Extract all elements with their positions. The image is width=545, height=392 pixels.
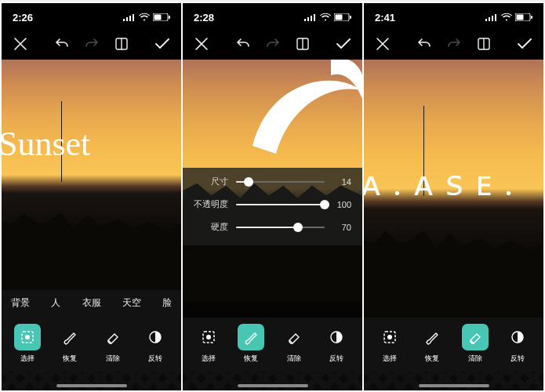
image-canvas[interactable]: 尺寸 14 不透明度 100 硬度 70	[183, 60, 362, 318]
svg-rect-30	[531, 16, 532, 19]
tab-person[interactable]: 人	[51, 296, 60, 310]
image-canvas[interactable]: ᴀ . ᴀ ꜱ ᴇ .	[364, 60, 543, 318]
tool-label: 反转	[148, 354, 162, 364]
clock: 2:41	[375, 12, 395, 24]
slider-hardness[interactable]: 硬度 70	[194, 221, 351, 233]
bottom-panel: 背景 人 衣服 天空 脸 选择 恢复 清除	[2, 290, 181, 390]
wifi-icon	[320, 13, 331, 21]
redo-button[interactable]	[265, 36, 281, 52]
image-canvas[interactable]: Sunset	[2, 60, 181, 290]
svg-rect-27	[495, 14, 496, 21]
tool-label: 选择	[202, 354, 216, 364]
tool-label: 恢复	[63, 354, 77, 364]
brush-icon	[424, 329, 440, 345]
slider-label: 尺寸	[194, 176, 228, 187]
undo-icon	[55, 38, 69, 49]
tool-invert[interactable]: 反转	[500, 324, 536, 364]
signal-icon	[123, 13, 136, 21]
compare-icon	[115, 38, 128, 50]
select-icon	[382, 329, 398, 345]
tool-invert[interactable]: 反转	[137, 324, 173, 364]
screen-1: 2:26 Sunset	[2, 3, 181, 390]
svg-rect-5	[154, 15, 162, 20]
overlay-text: ᴀ . ᴀ ꜱ ᴇ .	[364, 163, 514, 204]
svg-rect-13	[307, 17, 309, 21]
tool-erase[interactable]: 清除	[457, 324, 493, 364]
battery-icon	[515, 13, 532, 21]
slider-value: 100	[332, 200, 351, 209]
home-indicator[interactable]	[238, 384, 308, 387]
tool-invert[interactable]: 反转	[318, 324, 354, 364]
tool-restore[interactable]: 恢复	[414, 324, 450, 364]
tab-face[interactable]: 脸	[162, 296, 172, 310]
select-icon	[201, 329, 216, 345]
clock: 2:26	[13, 12, 33, 24]
tool-label: 清除	[287, 354, 301, 364]
svg-point-22	[206, 335, 211, 339]
confirm-button[interactable]	[336, 36, 351, 52]
select-icon	[20, 329, 35, 345]
compare-icon	[478, 38, 490, 50]
tab-sky[interactable]: 天空	[122, 296, 141, 310]
tool-restore[interactable]: 恢复	[52, 324, 88, 364]
redo-button[interactable]	[446, 36, 462, 52]
svg-rect-0	[123, 19, 125, 21]
close-button[interactable]	[375, 36, 391, 52]
slider-label: 不透明度	[194, 198, 228, 210]
tool-erase[interactable]: 清除	[276, 324, 312, 364]
confirm-button[interactable]	[154, 36, 170, 52]
slider-opacity[interactable]: 不透明度 100	[194, 198, 351, 210]
brush-icon	[62, 329, 78, 345]
overlay-text: Sunset	[2, 124, 90, 164]
undo-icon	[236, 38, 250, 49]
redo-button[interactable]	[84, 36, 100, 52]
tool-dock: 选择 恢复 清除 反转	[364, 318, 543, 372]
svg-rect-1	[126, 17, 128, 21]
status-bar: 2:26	[2, 3, 181, 31]
tool-select[interactable]: 选择	[9, 324, 45, 364]
svg-rect-25	[489, 17, 490, 21]
status-right	[304, 13, 351, 21]
close-button[interactable]	[13, 36, 28, 52]
tool-select[interactable]: 选择	[372, 324, 408, 364]
undo-button[interactable]	[416, 36, 432, 52]
compare-button[interactable]	[114, 36, 129, 52]
tab-background[interactable]: 背景	[11, 296, 30, 310]
tool-dock: 选择 恢复 清除 反转	[2, 318, 181, 372]
svg-point-34	[387, 335, 392, 339]
status-right	[123, 13, 170, 21]
triptych: 2:26 Sunset	[0, 2, 545, 392]
compare-button[interactable]	[476, 36, 492, 52]
check-icon	[155, 38, 169, 49]
battery-icon	[153, 13, 170, 21]
pattern-strip	[364, 372, 543, 390]
svg-rect-14	[311, 16, 312, 21]
clock: 2:28	[194, 12, 214, 24]
slider-value: 14	[332, 177, 351, 187]
editor-toolbar	[364, 31, 543, 60]
close-button[interactable]	[194, 36, 209, 52]
confirm-button[interactable]	[517, 36, 532, 52]
home-indicator[interactable]	[56, 384, 127, 387]
brush-icon	[243, 329, 259, 345]
tool-erase[interactable]: 清除	[95, 324, 131, 364]
undo-button[interactable]	[54, 36, 70, 52]
pattern-strip	[183, 372, 362, 390]
undo-button[interactable]	[235, 36, 251, 52]
battery-icon	[334, 13, 351, 21]
tool-label: 清除	[106, 354, 120, 364]
tab-clothes[interactable]: 衣服	[82, 296, 101, 310]
close-icon	[14, 38, 27, 50]
home-indicator[interactable]	[419, 384, 489, 387]
tool-select[interactable]: 选择	[191, 324, 227, 364]
close-icon	[376, 38, 389, 50]
tool-label: 清除	[468, 354, 482, 364]
compare-button[interactable]	[295, 36, 311, 52]
svg-rect-2	[129, 16, 131, 21]
tool-label: 选择	[383, 354, 397, 364]
tool-restore[interactable]: 恢复	[233, 324, 269, 364]
close-icon	[195, 38, 208, 50]
slider-size[interactable]: 尺寸 14	[194, 176, 351, 187]
redo-icon	[266, 38, 280, 49]
invert-icon	[510, 329, 525, 345]
